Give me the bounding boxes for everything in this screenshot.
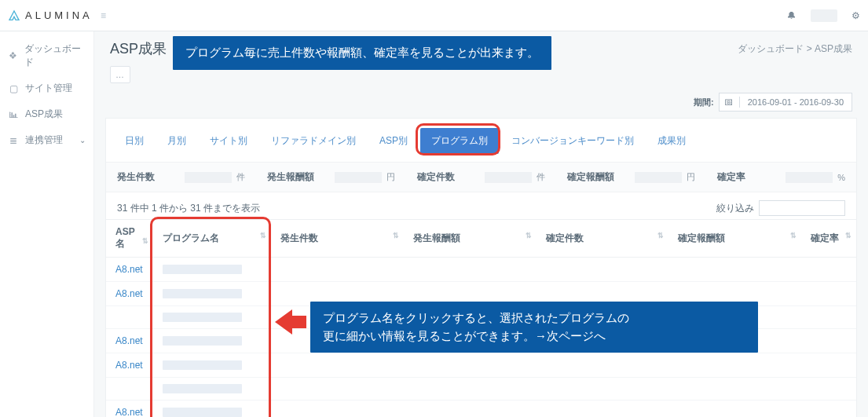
- panel: 日別 月別 サイト別 リファラドメイン別 ASP別 プログラム別 コンバージョン…: [105, 118, 857, 417]
- filter-label: 絞り込み: [716, 202, 754, 215]
- gear-icon[interactable]: ⚙: [852, 10, 860, 21]
- cell-program[interactable]: [153, 306, 271, 329]
- tab-referrer[interactable]: リファラドメイン別: [260, 128, 367, 154]
- cell-conf-rev: [668, 353, 801, 378]
- more-button[interactable]: …: [110, 66, 130, 83]
- callout-mid: プログラム名をクリックすると、選択されたプログラムの更に細かい情報を見ることがで…: [310, 302, 758, 353]
- sort-icon: ⇅: [790, 232, 797, 240]
- tab-daily[interactable]: 日別: [114, 128, 155, 154]
- cell-gen-count: [271, 353, 404, 378]
- brand-logo: ALUMINA: [8, 9, 94, 22]
- cell-conf-rate: [801, 306, 856, 329]
- content: ASP成果 ダッシュボード > ASP成果 … 期間: 📅︎ 2016-09-0…: [94, 31, 868, 417]
- cell-conf-count: [537, 401, 669, 418]
- col-conf-rate[interactable]: 確定率⇅: [801, 220, 856, 258]
- tab-asp[interactable]: ASP別: [368, 128, 419, 154]
- sort-icon: ⇅: [142, 237, 148, 245]
- tab-site[interactable]: サイト別: [199, 128, 258, 154]
- cell-conf-rev: [668, 258, 801, 282]
- user-name-blurred: [811, 9, 837, 22]
- page-title: ASP成果: [110, 39, 167, 58]
- sidebar-item-label: ダッシュボード: [24, 42, 86, 69]
- table-row[interactable]: [106, 378, 856, 401]
- cell-program[interactable]: [153, 258, 271, 282]
- sort-icon: ⇅: [845, 232, 852, 240]
- cell-conf-rev: [668, 378, 801, 401]
- logo-icon: [8, 9, 20, 22]
- cell-conf-rate: [801, 401, 856, 418]
- dashboard-icon: ❖: [8, 50, 18, 61]
- cell-program[interactable]: [153, 282, 271, 306]
- cell-gen-count: [271, 258, 404, 282]
- cell-conf-rev: [668, 401, 801, 418]
- breadcrumb-current: ASP成果: [815, 43, 852, 54]
- cell-asp[interactable]: A8.net: [106, 353, 153, 378]
- brand-name: ALUMINA: [25, 9, 93, 21]
- sidebar-item-label: 連携管理: [25, 134, 63, 147]
- topbar: ALUMINA ≡ 🔔︎ ⚙: [0, 0, 868, 31]
- cell-asp[interactable]: A8.net: [106, 401, 153, 418]
- tab-program[interactable]: プログラム別: [420, 128, 499, 154]
- cell-conf-count: [537, 353, 669, 378]
- sidebar-item-label: サイト管理: [25, 82, 72, 95]
- cell-program[interactable]: [153, 329, 271, 353]
- tab-monthly[interactable]: 月別: [156, 128, 197, 154]
- period-label: 期間:: [694, 97, 714, 108]
- cell-conf-count: [537, 258, 669, 282]
- monitor-icon: ▢: [8, 83, 19, 94]
- col-asp[interactable]: ASP名⇅: [106, 220, 153, 258]
- sidebar-item-dashboard[interactable]: ❖ ダッシュボード: [0, 36, 93, 75]
- cell-asp[interactable]: A8.net: [106, 258, 153, 282]
- tabs: 日別 月別 サイト別 リファラドメイン別 ASP別 プログラム別 コンバージョン…: [106, 119, 856, 154]
- sidebar: ❖ ダッシュボード ▢ サイト管理 📊︎ ASP成果 ≣ 連携管理 ⌄: [0, 31, 94, 417]
- cell-program[interactable]: [153, 401, 271, 418]
- cell-gen-rev: [404, 258, 537, 282]
- cell-conf-rate: [801, 329, 856, 353]
- cell-program[interactable]: [153, 378, 271, 401]
- cell-conf-rate: [801, 258, 856, 282]
- col-program[interactable]: プログラム名⇅: [153, 220, 271, 258]
- period-range: 2016-09-01 - 2016-09-30: [740, 97, 852, 107]
- cell-gen-count: [271, 401, 404, 418]
- col-gen-rev[interactable]: 発生報酬額⇅: [404, 220, 537, 258]
- bars-icon: 📊︎: [8, 109, 19, 120]
- sidebar-item-site[interactable]: ▢ サイト管理: [0, 75, 93, 101]
- bell-icon[interactable]: 🔔︎: [787, 10, 797, 21]
- sidebar-item-asp[interactable]: 📊︎ ASP成果: [0, 101, 93, 127]
- table-row[interactable]: A8.net: [106, 353, 856, 378]
- cell-asp[interactable]: [106, 306, 153, 329]
- cell-gen-rev: [404, 353, 537, 378]
- cell-conf-rate: [801, 378, 856, 401]
- cell-gen-rev: [404, 401, 537, 418]
- summary-row: 発生件数件 発生報酬額円 確定件数件 確定報酬額円 確定率%: [106, 162, 856, 192]
- sort-icon: ⇅: [260, 232, 266, 240]
- menu-toggle-icon[interactable]: ≡: [101, 10, 106, 21]
- table-row[interactable]: A8.net: [106, 258, 856, 282]
- cell-conf-rate: [801, 353, 856, 378]
- cell-conf-rate: [801, 282, 856, 306]
- sidebar-item-label: ASP成果: [25, 108, 63, 121]
- cell-asp[interactable]: [106, 378, 153, 401]
- cell-asp[interactable]: A8.net: [106, 329, 153, 353]
- sort-icon: ⇅: [657, 232, 664, 240]
- cell-program[interactable]: [153, 353, 271, 378]
- arrow-left-icon: [275, 308, 306, 336]
- breadcrumb-root[interactable]: ダッシュボード: [738, 43, 804, 54]
- col-conf-count[interactable]: 確定件数⇅: [537, 220, 669, 258]
- calendar-icon: 📅︎: [720, 97, 740, 108]
- table-row[interactable]: A8.net: [106, 401, 856, 418]
- sort-icon: ⇅: [526, 232, 532, 240]
- breadcrumb: ダッシュボード > ASP成果: [738, 42, 852, 56]
- col-conf-rev[interactable]: 確定報酬額⇅: [668, 220, 801, 258]
- cell-asp[interactable]: A8.net: [106, 282, 153, 306]
- table-info: 31 件中 1 件から 31 件までを表示: [117, 202, 260, 215]
- col-gen-count[interactable]: 発生件数⇅: [271, 220, 404, 258]
- tab-cv-keyword[interactable]: コンバージョンキーワード別: [500, 128, 645, 154]
- tab-result[interactable]: 成果別: [646, 128, 697, 154]
- period-picker[interactable]: 📅︎ 2016-09-01 - 2016-09-30: [719, 93, 852, 112]
- filter-input[interactable]: [759, 200, 845, 216]
- list-icon: ≣: [8, 135, 19, 146]
- sort-icon: ⇅: [393, 232, 399, 240]
- cell-conf-count: [537, 378, 669, 401]
- sidebar-item-integration[interactable]: ≣ 連携管理 ⌄: [0, 127, 93, 153]
